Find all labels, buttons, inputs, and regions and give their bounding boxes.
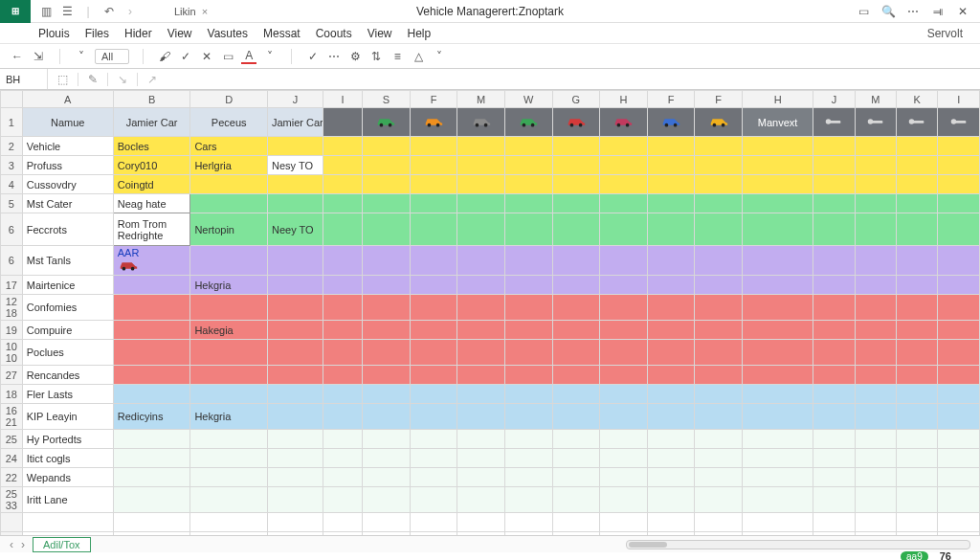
cell[interactable] <box>190 340 268 366</box>
cell[interactable] <box>363 468 411 487</box>
cell[interactable] <box>855 487 896 513</box>
cell[interactable]: Iritt Lane <box>22 487 113 513</box>
cell[interactable] <box>742 340 813 366</box>
cell[interactable] <box>647 276 695 295</box>
col-header[interactable]: W <box>504 91 552 108</box>
cell[interactable] <box>457 156 505 175</box>
cell[interactable] <box>113 366 190 385</box>
cell[interactable] <box>323 385 362 404</box>
row-header[interactable]: 3 <box>1 156 23 175</box>
cell[interactable] <box>600 366 648 385</box>
qat-icon-2[interactable]: ☰ <box>59 4 75 19</box>
cell[interactable]: Nertopin <box>190 213 268 246</box>
cell[interactable] <box>600 340 648 366</box>
tool-icon[interactable] <box>855 108 896 137</box>
row-header[interactable] <box>1 513 23 532</box>
cell[interactable] <box>855 246 896 276</box>
cell[interactable] <box>113 340 190 366</box>
cell[interactable] <box>190 194 268 213</box>
cell[interactable] <box>855 385 896 404</box>
cell[interactable] <box>813 430 855 449</box>
cell[interactable] <box>938 430 980 449</box>
cell[interactable] <box>897 213 938 246</box>
cell[interactable] <box>855 366 896 385</box>
redo-icon[interactable]: › <box>122 4 138 19</box>
cell[interactable] <box>647 213 695 246</box>
cell[interactable] <box>552 340 600 366</box>
cell[interactable] <box>190 449 268 468</box>
cell[interactable] <box>813 385 855 404</box>
cell[interactable] <box>695 175 743 194</box>
cell[interactable] <box>855 295 896 321</box>
search-icon[interactable]: 🔍 <box>880 5 896 18</box>
cell[interactable] <box>410 449 457 468</box>
tool-icon[interactable] <box>938 108 980 137</box>
cell[interactable] <box>113 487 190 513</box>
cell[interactable] <box>410 137 457 156</box>
close-tab-icon[interactable]: × <box>202 6 208 17</box>
cell[interactable] <box>504 430 552 449</box>
cell[interactable] <box>267 321 323 340</box>
cell[interactable] <box>600 276 648 295</box>
cell[interactable]: Rencandes <box>22 366 113 385</box>
cell[interactable] <box>410 194 457 213</box>
cell[interactable] <box>323 513 362 532</box>
cell[interactable] <box>695 513 743 532</box>
cell[interactable]: Jamier Car <box>113 108 190 137</box>
cell[interactable] <box>267 449 323 468</box>
col-header[interactable]: M <box>457 91 505 108</box>
cell[interactable] <box>897 513 938 532</box>
col-header[interactable]: A <box>22 91 113 108</box>
cell[interactable] <box>742 366 813 385</box>
cell[interactable] <box>647 156 695 175</box>
cell[interactable] <box>938 385 980 404</box>
col-header[interactable]: J <box>267 91 323 108</box>
cell[interactable] <box>855 404 896 430</box>
cell[interactable] <box>600 404 648 430</box>
cell[interactable] <box>363 487 411 513</box>
cell[interactable] <box>813 340 855 366</box>
cell[interactable] <box>938 137 980 156</box>
cell[interactable] <box>938 295 980 321</box>
cell[interactable] <box>323 137 362 156</box>
fbar-icon[interactable]: ↗ <box>147 73 157 86</box>
cell[interactable] <box>813 276 855 295</box>
row-header[interactable]: 2533 <box>1 487 23 513</box>
cell[interactable] <box>190 487 268 513</box>
cell[interactable] <box>457 213 505 246</box>
cell[interactable] <box>647 340 695 366</box>
cell[interactable] <box>410 404 457 430</box>
cell[interactable] <box>742 404 813 430</box>
col-header[interactable]: H <box>600 91 648 108</box>
cell[interactable] <box>504 194 552 213</box>
car-icon[interactable] <box>600 108 648 137</box>
cell[interactable] <box>552 213 600 246</box>
cell[interactable] <box>504 513 552 532</box>
cell[interactable] <box>504 468 552 487</box>
cell[interactable] <box>323 295 362 321</box>
cell[interactable] <box>363 404 411 430</box>
cell[interactable] <box>457 194 505 213</box>
cell[interactable] <box>742 175 813 194</box>
row-header[interactable]: 18 <box>1 385 23 404</box>
cell[interactable] <box>410 487 457 513</box>
cell[interactable]: Vehicle <box>22 137 113 156</box>
cell[interactable] <box>855 430 896 449</box>
cell[interactable] <box>552 175 600 194</box>
cell[interactable] <box>504 137 552 156</box>
cell[interactable] <box>504 156 552 175</box>
cell[interactable] <box>552 468 600 487</box>
cell[interactable]: Mst Cater <box>22 194 113 213</box>
cell[interactable] <box>855 449 896 468</box>
menu-item[interactable]: Messat <box>263 27 301 40</box>
cell[interactable] <box>742 156 813 175</box>
cell[interactable] <box>742 137 813 156</box>
tool-icon[interactable]: ≡ <box>390 49 405 64</box>
font-selector[interactable]: All <box>95 49 129 64</box>
row-header[interactable]: 1 <box>1 108 23 137</box>
cell[interactable] <box>742 468 813 487</box>
cell[interactable]: Poclues <box>22 340 113 366</box>
car-icon[interactable] <box>695 108 743 137</box>
document-tab[interactable]: Likin × <box>174 6 208 17</box>
pin-icon[interactable]: ⇲ <box>31 49 46 64</box>
